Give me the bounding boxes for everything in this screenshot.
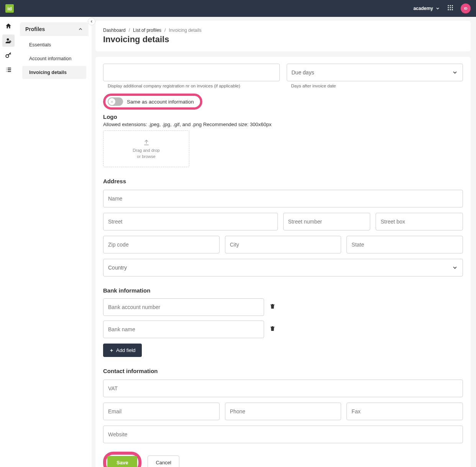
trash-icon	[269, 326, 276, 332]
svg-point-10	[10, 41, 11, 42]
annotation-marker-1: 1	[92, 88, 92, 111]
city-input[interactable]	[225, 236, 341, 253]
email-input[interactable]	[103, 403, 220, 420]
delete-bank-name-button[interactable]	[269, 326, 276, 333]
due-days-helper: Days after invoice date	[287, 84, 463, 88]
street-box-input[interactable]	[376, 213, 463, 230]
delete-bank-account-button[interactable]	[269, 303, 276, 311]
sidebar: Profiles Essentials Account information …	[17, 17, 92, 467]
street-input[interactable]	[103, 213, 278, 230]
rail-profiles[interactable]	[2, 35, 15, 47]
due-days-placeholder: Due days	[292, 69, 314, 76]
country-select[interactable]: Country	[103, 259, 463, 276]
chevron-down-icon	[452, 265, 458, 271]
annotation-callout-2: Save	[103, 452, 141, 467]
svg-point-9	[7, 38, 9, 41]
sidebar-item-invoicing[interactable]: Invoicing details	[22, 66, 86, 79]
fax-input[interactable]	[346, 403, 463, 420]
svg-point-1	[450, 5, 451, 6]
rail-keys[interactable]	[2, 49, 15, 61]
chevron-down-icon	[452, 69, 458, 76]
breadcrumb: Dashboard / List of profiles / Invoicing…	[103, 28, 463, 33]
due-days-select[interactable]: Due days	[287, 64, 463, 81]
bank-account-input[interactable]	[103, 298, 264, 316]
chevron-down-icon	[435, 6, 440, 11]
svg-point-8	[452, 9, 453, 10]
rail-list[interactable]	[2, 64, 15, 76]
svg-point-6	[448, 9, 449, 10]
page-title: Invoicing details	[103, 35, 463, 44]
svg-point-7	[450, 9, 451, 10]
topbar: id academy ID	[0, 0, 476, 17]
country-placeholder: Country	[108, 265, 127, 271]
collapse-sidebar-button[interactable]	[88, 18, 95, 25]
chevron-up-icon	[78, 26, 83, 32]
website-input[interactable]	[103, 426, 463, 443]
add-field-label: Add field	[116, 347, 136, 353]
crumb-current: Invoicing details	[169, 28, 201, 33]
dropzone-line2: or browse	[137, 154, 155, 159]
sidebar-item-account-info[interactable]: Account information	[22, 52, 86, 65]
vat-input[interactable]	[103, 380, 463, 397]
main-content: Dashboard / List of profiles / Invoicing…	[92, 17, 476, 467]
sidebar-header[interactable]: Profiles	[20, 22, 89, 36]
address-section-title: Address	[103, 178, 463, 184]
trash-icon	[269, 303, 276, 309]
apps-grid-icon[interactable]	[447, 4, 454, 13]
form-card: Invoice social number Display additional…	[95, 57, 471, 467]
dropzone-line1: Drag and drop	[133, 148, 159, 153]
state-input[interactable]	[346, 236, 463, 253]
logo-section-title: Logo	[103, 113, 463, 120]
crumb-list[interactable]: List of profiles	[133, 28, 161, 33]
bank-section-title: Bank information	[103, 287, 463, 294]
account-label: academy	[414, 6, 433, 11]
logo-dropzone[interactable]: Drag and drop or browse	[103, 130, 189, 167]
zip-input[interactable]	[103, 236, 220, 253]
avatar[interactable]: ID	[461, 3, 471, 13]
svg-point-4	[450, 7, 451, 8]
sidebar-item-essentials[interactable]: Essentials	[22, 38, 86, 51]
logo-section-sub: Allowed extensions: .jpeg, .jpg, .gif, a…	[103, 122, 463, 127]
toggle-knob: ✕	[108, 98, 115, 105]
svg-point-0	[448, 5, 449, 6]
crumb-dashboard[interactable]: Dashboard	[103, 28, 126, 33]
cancel-button[interactable]: Cancel	[148, 455, 179, 467]
svg-point-3	[448, 7, 449, 8]
add-field-button[interactable]: Add field	[103, 344, 142, 357]
save-button[interactable]: Save	[107, 456, 137, 467]
street-number-input[interactable]	[283, 213, 371, 230]
same-as-toggle-label: Same as account information	[127, 99, 194, 105]
contact-section-title: Contact information	[103, 368, 463, 374]
nav-rail	[0, 17, 17, 467]
svg-point-2	[452, 5, 453, 6]
account-dropdown[interactable]: academy	[414, 6, 440, 11]
bank-name-input[interactable]	[103, 321, 264, 338]
sidebar-title: Profiles	[25, 26, 45, 32]
same-as-account-toggle[interactable]: ✕	[108, 97, 123, 106]
plus-icon	[109, 348, 114, 353]
svg-point-5	[452, 7, 453, 8]
header-card: Dashboard / List of profiles / Invoicing…	[95, 21, 471, 51]
rail-home[interactable]	[2, 20, 15, 32]
name-input[interactable]	[103, 190, 463, 207]
invoice-social-input[interactable]	[103, 64, 280, 81]
annotation-callout-1: ✕ Same as account information	[103, 94, 202, 110]
app-logo[interactable]: id	[5, 4, 14, 13]
upload-icon	[143, 139, 150, 146]
phone-input[interactable]	[225, 403, 341, 420]
invoice-social-helper: Display additional company registration …	[103, 84, 280, 88]
